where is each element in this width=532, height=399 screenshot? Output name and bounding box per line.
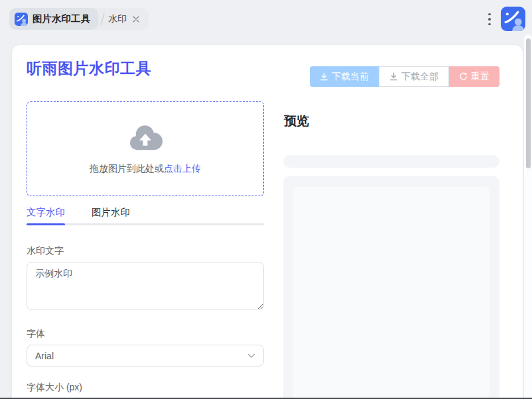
font-label: 字体 xyxy=(27,328,45,340)
upload-dropzone[interactable]: 拖放图片到此处或点击上传 xyxy=(27,101,264,196)
chevron-down-icon xyxy=(247,353,255,359)
download-all-button[interactable]: 下载全部 xyxy=(379,66,449,87)
tab-doc-label: 水印 xyxy=(108,13,127,25)
watermark-text-input[interactable]: 示例水印 xyxy=(27,262,264,310)
reset-button[interactable]: 重置 xyxy=(449,66,499,87)
preview-canvas xyxy=(293,187,490,399)
scrollbar-thumb[interactable] xyxy=(526,38,531,168)
font-select[interactable]: Arial xyxy=(27,345,264,367)
download-icon xyxy=(389,72,398,81)
scrollbar-track[interactable] xyxy=(524,34,532,399)
active-tab-underline xyxy=(27,223,65,225)
font-select-value: Arial xyxy=(35,351,247,361)
font-size-label: 字体大小 (px) xyxy=(27,382,82,394)
tab-image-watermark[interactable]: 图片水印 xyxy=(92,206,130,225)
tab-text-watermark[interactable]: 文字水印 xyxy=(27,206,65,225)
watermark-mode-tabs: 文字水印 图片水印 xyxy=(27,206,130,225)
app-favicon-icon xyxy=(15,13,28,26)
reset-icon xyxy=(459,72,468,81)
upload-hint: 拖放图片到此处或点击上传 xyxy=(90,163,201,175)
preview-toolbar-placeholder xyxy=(283,155,499,168)
download-icon xyxy=(320,72,328,81)
click-upload-link[interactable]: 点击上传 xyxy=(164,163,201,174)
download-current-button[interactable]: 下载当前 xyxy=(310,66,379,87)
watermark-text-label: 水印文字 xyxy=(27,245,64,257)
page-title: 听雨图片水印工具 xyxy=(27,58,151,79)
tab-separator xyxy=(100,13,105,25)
tab-image-watermark-tool[interactable]: 图片水印工具 xyxy=(9,8,98,30)
tab-group: 图片水印工具 水印 xyxy=(9,8,149,30)
browser-tab-bar: 图片水印工具 水印 xyxy=(0,0,532,36)
preview-panel xyxy=(283,176,499,399)
more-menu-icon[interactable] xyxy=(485,11,494,27)
preview-title: 预览 xyxy=(284,113,309,130)
main-panel: 听雨图片水印工具 下载当前 下载全部 重置 拖放图片到此 xyxy=(12,45,523,399)
app-logo-icon[interactable] xyxy=(501,7,525,31)
header-button-group: 下载当前 下载全部 重置 xyxy=(310,66,499,87)
tab-label: 图片水印工具 xyxy=(33,13,90,25)
upload-cloud-icon xyxy=(126,123,165,152)
close-icon[interactable] xyxy=(131,15,141,24)
tab-watermark[interactable]: 水印 xyxy=(108,13,143,25)
